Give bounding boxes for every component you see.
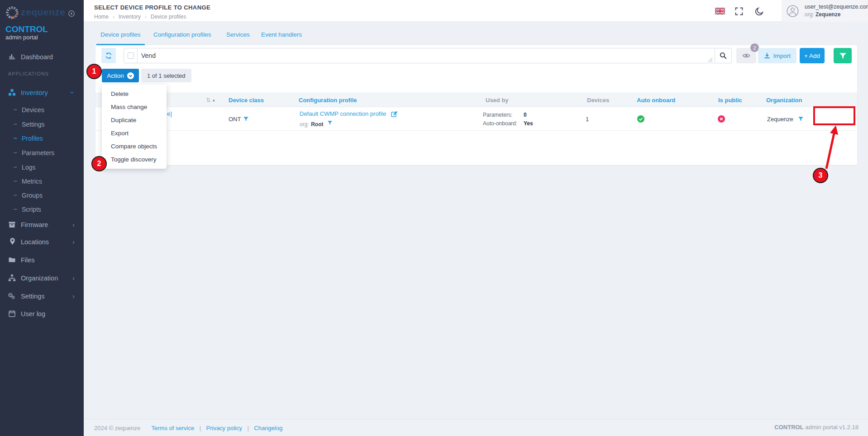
cell-devices-count: 1: [586, 116, 589, 123]
cell-used-by-auto-onboard: Auto-onboard:Yes: [483, 119, 533, 127]
sidebar-item-label: Settings: [22, 121, 45, 128]
sidebar-item-locations[interactable]: Locations ›: [0, 235, 84, 249]
tab-device-profiles[interactable]: Device profiles: [100, 31, 141, 38]
search-button[interactable]: [715, 48, 732, 63]
sidebar-item-scripts[interactable]: – Scripts: [0, 204, 84, 216]
dash-bullet-icon: –: [14, 134, 17, 142]
search-box: [124, 48, 715, 63]
tab-bar: Device profiles Configuration profiles S…: [84, 22, 868, 45]
menu-item-export[interactable]: Export: [102, 127, 167, 140]
menu-item-delete[interactable]: Delete: [102, 87, 167, 100]
language-flag-icon[interactable]: [715, 8, 725, 14]
search-input[interactable]: [140, 49, 701, 62]
sort-icon[interactable]: ⇅: [206, 97, 211, 104]
is-public-no-icon: [718, 115, 725, 123]
sidebar-item-organization[interactable]: Organization ›: [0, 271, 84, 285]
filter-by-device-class-icon[interactable]: [243, 117, 248, 121]
user-email: user_test@zequenze.com: [805, 4, 868, 10]
breadcrumb-inventory[interactable]: Inventory: [119, 14, 141, 20]
privacy-link[interactable]: Privacy policy: [206, 425, 242, 431]
device-profile-name-link-fragment[interactable]: e]: [167, 110, 172, 117]
user-menu[interactable]: user_test@zequenze.com org: Zequenze: [782, 0, 868, 22]
menu-item-duplicate[interactable]: Duplicate: [102, 114, 167, 127]
sidebar-item-settings-sub[interactable]: – Settings: [0, 119, 84, 131]
menu-item-mass-change[interactable]: Mass change: [102, 100, 167, 114]
sidebar-item-label: Metrics: [22, 178, 42, 185]
cell-config-org: org: Root: [300, 120, 323, 128]
column-header-organization[interactable]: Organization: [766, 97, 802, 104]
cell-device-class: ONT: [229, 116, 241, 123]
sidebar-item-logs[interactable]: – Logs: [0, 162, 84, 174]
chevron-down-icon: ›: [69, 91, 76, 94]
changelog-link[interactable]: Changelog: [254, 425, 282, 431]
breadcrumb: Home›Inventory›Device profiles: [94, 12, 186, 20]
filter-by-org-icon[interactable]: [328, 121, 332, 125]
sitemap-icon: [8, 274, 16, 282]
edit-profile-icon[interactable]: [391, 111, 397, 117]
device-profiles-panel: 2 Import + Add Action 1 of 1 selected: [95, 45, 857, 165]
chevron-down-circle-icon: [127, 72, 134, 79]
inventory-cubes-icon: [8, 89, 16, 96]
dashboard-icon: [8, 53, 16, 61]
dash-bullet-icon: –: [14, 106, 17, 113]
add-button[interactable]: + Add: [800, 48, 825, 63]
top-header: SELECT DEVICE PROFILE TO CHANGE Home›Inv…: [84, 0, 868, 22]
search-icon: [720, 52, 727, 59]
sidebar-item-label: Inventory: [21, 89, 48, 96]
filter-by-organization-icon[interactable]: [798, 117, 803, 121]
sidebar-section-label: APPLICATIONS: [8, 71, 49, 76]
sidebar-item-dashboard[interactable]: Dashboard: [0, 51, 84, 64]
eye-icon: [742, 52, 750, 60]
sidebar-item-label: Devices: [22, 106, 44, 114]
sidebar-item-metrics[interactable]: – Metrics: [0, 176, 84, 188]
breadcrumb-home[interactable]: Home: [94, 14, 109, 20]
input-divider: [137, 48, 138, 63]
terms-link[interactable]: Terms of service: [152, 425, 195, 431]
import-button[interactable]: Import: [758, 48, 796, 63]
filter-button[interactable]: [834, 48, 852, 63]
calendar-icon: [8, 310, 16, 318]
column-header-auto-onboard[interactable]: Auto onboard: [637, 97, 675, 104]
portal-subtitle: admin portal: [5, 34, 38, 41]
menu-item-toggle-discovery[interactable]: Toggle discovery: [102, 153, 167, 166]
sidebar-item-inventory[interactable]: Inventory ›: [0, 86, 84, 100]
annotation-highlight-rect: [813, 106, 855, 125]
sidebar-item-parameters[interactable]: – Parameters: [0, 147, 84, 159]
breadcrumb-separator: ›: [141, 14, 151, 19]
avatar-icon: [787, 5, 799, 17]
action-button[interactable]: Action: [102, 69, 139, 82]
tab-services[interactable]: Services: [226, 31, 250, 38]
resize-grip-icon[interactable]: [707, 57, 713, 62]
table-row[interactable]: e] ONT Default CWMP connection profile o…: [95, 107, 857, 131]
sidebar-item-groups[interactable]: – Groups: [0, 190, 84, 202]
dark-mode-moon-icon[interactable]: [755, 7, 764, 15]
column-header-is-public[interactable]: Is public: [718, 97, 742, 104]
annotation-marker-2: 2: [91, 156, 107, 171]
refresh-icon: [105, 52, 112, 59]
refresh-button[interactable]: [101, 48, 116, 63]
configuration-profile-link[interactable]: Default CWMP connection profile: [300, 110, 386, 117]
sidebar-item-settings[interactable]: ⚙⚙ Settings ›: [0, 289, 84, 303]
sidebar-item-files[interactable]: Files: [0, 253, 84, 267]
zequenze-logo-icon: [5, 6, 19, 19]
sort-asc-icon[interactable]: ▴: [213, 98, 215, 102]
sidebar-item-profiles[interactable]: – Profiles: [0, 133, 84, 145]
tab-configuration-profiles[interactable]: Configuration profiles: [153, 31, 211, 38]
column-header-device-class[interactable]: Device class: [229, 97, 264, 104]
sidebar-item-firmware[interactable]: Firmware ›: [0, 218, 84, 232]
add-label: + Add: [804, 52, 820, 59]
sidebar-collapse-icon[interactable]: [68, 10, 75, 17]
footer-separator: |: [196, 425, 204, 431]
sidebar-item-label: Dashboard: [21, 53, 53, 61]
dash-bullet-icon: –: [14, 191, 17, 199]
sidebar-item-devices[interactable]: – Devices: [0, 104, 84, 116]
column-header-devices: Devices: [587, 97, 609, 104]
fullscreen-icon[interactable]: [735, 7, 743, 15]
select-all-checkbox[interactable]: [128, 52, 134, 59]
column-header-configuration-profile[interactable]: Configuration profile: [299, 97, 357, 104]
menu-item-compare-objects[interactable]: Compare objects: [102, 140, 167, 153]
dash-bullet-icon: –: [14, 120, 17, 128]
sidebar-item-user-log[interactable]: User log: [0, 307, 84, 321]
tab-event-handlers[interactable]: Event handlers: [261, 31, 302, 38]
import-label: Import: [773, 52, 791, 59]
